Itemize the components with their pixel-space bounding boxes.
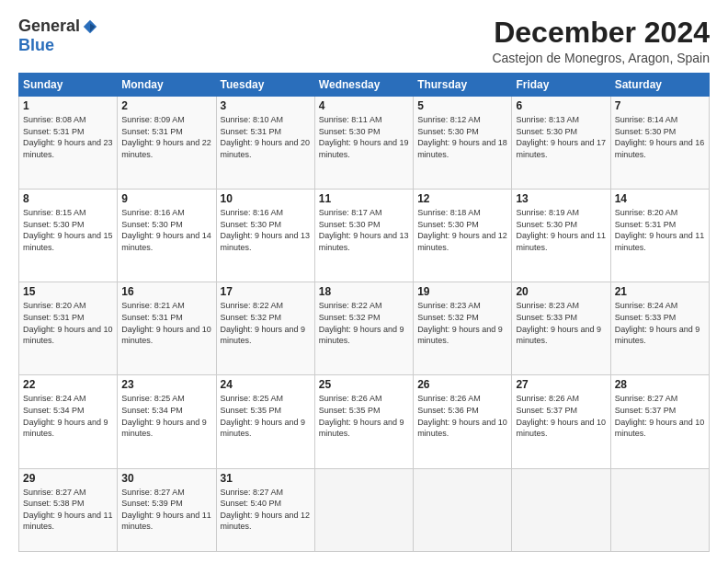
calendar-cell: 4 Sunrise: 8:11 AMSunset: 5:30 PMDayligh… [314, 97, 413, 190]
day-info: Sunrise: 8:12 AMSunset: 5:30 PMDaylight:… [417, 115, 507, 159]
calendar-cell: 1 Sunrise: 8:08 AMSunset: 5:31 PMDayligh… [19, 97, 118, 190]
weekday-header-sunday: Sunday [19, 74, 118, 97]
calendar-cell: 14 Sunrise: 8:20 AMSunset: 5:31 PMDaylig… [610, 190, 709, 282]
calendar-cell: 6 Sunrise: 8:13 AMSunset: 5:30 PMDayligh… [512, 97, 610, 190]
weekday-header-tuesday: Tuesday [216, 74, 314, 97]
calendar-week-5: 29 Sunrise: 8:27 AMSunset: 5:38 PMDaylig… [19, 468, 710, 552]
day-info: Sunrise: 8:23 AMSunset: 5:32 PMDaylight:… [417, 301, 503, 345]
day-number: 24 [221, 378, 311, 391]
day-info: Sunrise: 8:22 AMSunset: 5:32 PMDaylight:… [319, 301, 404, 345]
calendar-cell: 13 Sunrise: 8:19 AMSunset: 5:30 PMDaylig… [512, 190, 610, 282]
calendar-cell: 30 Sunrise: 8:27 AMSunset: 5:39 PMDaylig… [118, 468, 216, 552]
day-number: 17 [221, 285, 311, 298]
day-info: Sunrise: 8:16 AMSunset: 5:30 PMDaylight:… [221, 208, 311, 252]
day-info: Sunrise: 8:27 AMSunset: 5:38 PMDaylight:… [23, 488, 113, 532]
calendar-cell: 27 Sunrise: 8:26 AMSunset: 5:37 PMDaylig… [512, 375, 610, 468]
day-info: Sunrise: 8:24 AMSunset: 5:34 PMDaylight:… [23, 394, 108, 438]
day-number: 3 [221, 99, 311, 112]
calendar-week-2: 8 Sunrise: 8:15 AMSunset: 5:30 PMDayligh… [19, 190, 710, 282]
calendar-cell: 28 Sunrise: 8:27 AMSunset: 5:37 PMDaylig… [610, 375, 709, 468]
day-number: 20 [516, 285, 606, 298]
logo-icon [82, 18, 98, 35]
calendar-table: SundayMondayTuesdayWednesdayThursdayFrid… [18, 73, 710, 552]
day-info: Sunrise: 8:26 AMSunset: 5:35 PMDaylight:… [319, 394, 404, 438]
calendar-cell: 22 Sunrise: 8:24 AMSunset: 5:34 PMDaylig… [19, 375, 118, 468]
day-number: 26 [417, 378, 507, 391]
day-info: Sunrise: 8:25 AMSunset: 5:35 PMDaylight:… [221, 394, 306, 438]
day-number: 6 [516, 99, 606, 112]
day-number: 12 [417, 192, 507, 205]
day-info: Sunrise: 8:26 AMSunset: 5:36 PMDaylight:… [417, 394, 507, 438]
calendar-week-1: 1 Sunrise: 8:08 AMSunset: 5:31 PMDayligh… [19, 97, 710, 190]
calendar-cell: 8 Sunrise: 8:15 AMSunset: 5:30 PMDayligh… [19, 190, 118, 282]
day-info: Sunrise: 8:17 AMSunset: 5:30 PMDaylight:… [319, 208, 409, 252]
day-number: 15 [23, 285, 113, 298]
day-info: Sunrise: 8:24 AMSunset: 5:33 PMDaylight:… [615, 301, 700, 345]
day-number: 4 [319, 99, 409, 112]
calendar-cell [414, 468, 512, 552]
day-info: Sunrise: 8:21 AMSunset: 5:31 PMDaylight:… [121, 301, 211, 345]
calendar-cell: 20 Sunrise: 8:23 AMSunset: 5:33 PMDaylig… [512, 282, 610, 375]
weekday-header-monday: Monday [118, 74, 216, 97]
header: General Blue December 2024 Castejon de M… [18, 17, 710, 65]
day-info: Sunrise: 8:25 AMSunset: 5:34 PMDaylight:… [121, 394, 207, 438]
day-number: 28 [615, 378, 705, 391]
weekday-header-saturday: Saturday [610, 74, 709, 97]
calendar-cell: 16 Sunrise: 8:21 AMSunset: 5:31 PMDaylig… [118, 282, 216, 375]
day-number: 13 [516, 192, 606, 205]
calendar-cell: 11 Sunrise: 8:17 AMSunset: 5:30 PMDaylig… [314, 190, 413, 282]
calendar-cell: 31 Sunrise: 8:27 AMSunset: 5:40 PMDaylig… [216, 468, 314, 552]
day-info: Sunrise: 8:22 AMSunset: 5:32 PMDaylight:… [221, 301, 306, 345]
day-number: 22 [23, 378, 113, 391]
day-number: 31 [221, 472, 311, 485]
weekday-header-row: SundayMondayTuesdayWednesdayThursdayFrid… [19, 74, 710, 97]
day-number: 2 [121, 99, 211, 112]
logo-general: General [18, 17, 80, 36]
calendar-cell: 24 Sunrise: 8:25 AMSunset: 5:35 PMDaylig… [216, 375, 314, 468]
day-info: Sunrise: 8:11 AMSunset: 5:30 PMDaylight:… [319, 115, 409, 159]
calendar-cell: 2 Sunrise: 8:09 AMSunset: 5:31 PMDayligh… [118, 97, 216, 190]
weekday-header-wednesday: Wednesday [314, 74, 413, 97]
calendar-cell [512, 468, 610, 552]
calendar-cell: 10 Sunrise: 8:16 AMSunset: 5:30 PMDaylig… [216, 190, 314, 282]
day-info: Sunrise: 8:18 AMSunset: 5:30 PMDaylight:… [417, 208, 507, 252]
day-number: 9 [121, 192, 211, 205]
day-info: Sunrise: 8:10 AMSunset: 5:31 PMDaylight:… [221, 115, 311, 159]
day-info: Sunrise: 8:19 AMSunset: 5:30 PMDaylight:… [516, 208, 606, 252]
calendar-week-4: 22 Sunrise: 8:24 AMSunset: 5:34 PMDaylig… [19, 375, 710, 468]
day-number: 27 [516, 378, 606, 391]
calendar-cell: 17 Sunrise: 8:22 AMSunset: 5:32 PMDaylig… [216, 282, 314, 375]
day-info: Sunrise: 8:16 AMSunset: 5:30 PMDaylight:… [121, 208, 211, 252]
calendar-cell: 15 Sunrise: 8:20 AMSunset: 5:31 PMDaylig… [19, 282, 118, 375]
calendar-cell: 12 Sunrise: 8:18 AMSunset: 5:30 PMDaylig… [414, 190, 512, 282]
day-number: 14 [615, 192, 705, 205]
day-info: Sunrise: 8:27 AMSunset: 5:40 PMDaylight:… [221, 488, 311, 532]
day-info: Sunrise: 8:08 AMSunset: 5:31 PMDaylight:… [23, 115, 113, 159]
calendar-cell: 21 Sunrise: 8:24 AMSunset: 5:33 PMDaylig… [610, 282, 709, 375]
calendar-week-3: 15 Sunrise: 8:20 AMSunset: 5:31 PMDaylig… [19, 282, 710, 375]
calendar-cell: 23 Sunrise: 8:25 AMSunset: 5:34 PMDaylig… [118, 375, 216, 468]
day-number: 25 [319, 378, 409, 391]
day-info: Sunrise: 8:23 AMSunset: 5:33 PMDaylight:… [516, 301, 601, 345]
day-number: 29 [23, 472, 113, 485]
day-number: 5 [417, 99, 507, 112]
day-number: 10 [221, 192, 311, 205]
calendar-cell: 19 Sunrise: 8:23 AMSunset: 5:32 PMDaylig… [414, 282, 512, 375]
day-number: 1 [23, 99, 113, 112]
day-number: 7 [615, 99, 705, 112]
day-info: Sunrise: 8:09 AMSunset: 5:31 PMDaylight:… [121, 115, 211, 159]
day-number: 18 [319, 285, 409, 298]
day-info: Sunrise: 8:26 AMSunset: 5:37 PMDaylight:… [516, 394, 606, 438]
weekday-header-friday: Friday [512, 74, 610, 97]
day-info: Sunrise: 8:20 AMSunset: 5:31 PMDaylight:… [615, 208, 705, 252]
calendar-cell: 5 Sunrise: 8:12 AMSunset: 5:30 PMDayligh… [414, 97, 512, 190]
day-number: 21 [615, 285, 705, 298]
day-number: 8 [23, 192, 113, 205]
day-info: Sunrise: 8:14 AMSunset: 5:30 PMDaylight:… [615, 115, 705, 159]
logo-blue: Blue [18, 36, 54, 55]
day-info: Sunrise: 8:20 AMSunset: 5:31 PMDaylight:… [23, 301, 113, 345]
calendar-cell [610, 468, 709, 552]
day-info: Sunrise: 8:15 AMSunset: 5:30 PMDaylight:… [23, 208, 113, 252]
calendar-cell: 7 Sunrise: 8:14 AMSunset: 5:30 PMDayligh… [610, 97, 709, 190]
title-block: December 2024 Castejon de Monegros, Arag… [492, 17, 710, 65]
